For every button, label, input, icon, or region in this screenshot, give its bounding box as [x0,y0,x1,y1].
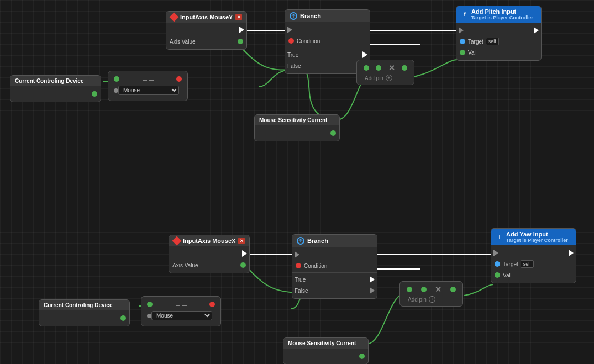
mousex-axis-value-label: Axis Value [172,262,238,268]
mouse-sensitivity-bottom-node: Mouse Sensitivity Current [283,337,369,364]
branch-exec-row-top [285,24,370,35]
yaw-val-label: Val [503,272,511,278]
reroute-bottom-node: ✕ Add pin + [399,281,463,307]
branch-exec-in-pin[interactable] [287,27,292,33]
reroute-bottom-out-pin1[interactable] [450,287,456,292]
input-axis-mousex-title: InputAxis MouseX [183,238,235,244]
false-label-bottom: False [295,288,370,294]
yaw-exec-row [491,247,576,259]
ccd-bottom-out-pin[interactable] [120,315,126,321]
pitch-target-pin[interactable] [460,39,465,44]
switch-bottom-select-row[interactable]: Mouse [144,310,218,321]
switch-top-select[interactable]: Mouse [118,86,179,95]
axis-value-row: Axis Value [166,36,246,47]
reroute-bottom-in-pin2[interactable] [421,287,427,292]
current-controlling-device-bottom-node: Current Controling Device [39,299,130,326]
switch-bottom-select[interactable]: Mouse [151,311,212,320]
reroute-bottom-row: ✕ [403,284,459,295]
add-yaw-subtitle: Target is Player Controller [506,238,568,243]
pitch-val-pin[interactable] [460,50,465,55]
reroute-bottom-addpin-row[interactable]: Add pin + [403,295,459,304]
input-axis-mousey-node: InputAxis MouseY ✕ Axis Value [166,11,247,50]
true-pin-bottom[interactable] [370,276,375,283]
switch-bottom-in-pin[interactable] [147,302,153,307]
pitch-exec-out[interactable] [534,27,539,34]
ccd-bottom-header: Current Controling Device [39,300,129,310]
yaw-exec-in[interactable] [493,250,498,256]
reroute-x-icon-bottom: ✕ [435,285,441,294]
mousex-axis-value-pin[interactable] [240,262,246,268]
reroute-x-icon: ✕ [388,64,395,72]
mouse-sensitivity-bottom-header: Mouse Sensitivity Current [283,338,368,349]
condition-row-bottom: Condition [292,260,377,271]
add-pitch-header: f Add Pitch Input Target is Player Contr… [456,6,541,23]
func-icon-yaw: f [496,233,503,241]
mouse-sensitivity-top-header: Mouse Sensitivity Current [255,115,339,125]
axis-value-pin[interactable] [238,39,243,44]
yaw-val-row: Val [491,270,576,281]
switch-node-bottom: Mouse [141,296,221,326]
add-pitch-input-node: f Add Pitch Input Target is Player Contr… [456,6,542,61]
false-row-bottom: False [292,285,377,296]
branch-bottom-header: Branch [292,235,377,247]
ccd-top-out-pin[interactable] [92,91,97,97]
mousex-exec-out-pin[interactable] [242,250,247,257]
condition-pin-bottom[interactable] [296,263,301,268]
switch-top-pins-row [111,73,185,85]
switch-top-white-pin[interactable] [114,88,118,93]
reroute-top-row: ✕ [360,62,411,73]
mousex-axis-value-row: Axis Value [169,260,249,271]
add-pin-icon-top[interactable]: + [386,75,392,81]
add-yaw-input-node: f Add Yaw Input Target is Player Control… [491,228,576,283]
reroute-top-addpin-row[interactable]: Add pin + [360,73,411,82]
mouse-sensitivity-top-out-pin[interactable] [330,130,336,136]
reroute-bottom-in-pin1[interactable] [407,287,412,292]
exec-out-row [166,25,246,36]
branch-top-header: Branch [285,10,370,22]
input-axis-mousey-title: InputAxis MouseY [180,14,233,20]
yaw-val-pin[interactable] [495,272,500,278]
add-yaw-header: f Add Yaw Input Target is Player Control… [491,229,576,245]
condition-pin-top[interactable] [288,38,294,44]
mouse-sensitivity-top-title: Mouse Sensitivity Current [259,117,327,123]
mousex-exec-out-row [169,249,249,260]
true-row-bottom: True [292,274,377,285]
reroute-top-in-pin1[interactable] [364,65,369,71]
reroute-bottom-addpin-label: Add pin [408,297,427,303]
yaw-target-label: Target [503,261,518,267]
branch-exec-in-pin-bottom[interactable] [295,251,299,258]
true-label-bottom: True [295,277,370,283]
switch-top-select-row[interactable]: Mouse [111,85,185,96]
switch-node-top: Mouse [108,71,188,101]
true-pin-top[interactable] [362,51,367,58]
axis-icon [170,13,179,22]
add-pin-icon-bottom[interactable]: + [429,296,435,303]
reroute-top-in-pin2[interactable] [376,65,381,71]
branch-icon-top [290,12,297,20]
exec-out-pin[interactable] [239,27,244,33]
false-pin-bottom[interactable] [370,287,375,294]
mouse-sensitivity-bottom-out-pin[interactable] [359,354,365,359]
mouse-sensitivity-bottom-title: Mouse Sensitivity Current [288,340,356,346]
yaw-target-row: Target self [491,259,576,270]
branch-bottom-node: Branch Condition True False [292,234,377,299]
reroute-top-out-pin1[interactable] [402,65,407,71]
condition-label-bottom: Condition [304,263,327,269]
node-close-button-x[interactable]: ✕ [238,238,245,244]
pitch-target-row: Target self [456,36,541,47]
pitch-self-badge: self [486,38,499,45]
reroute-top-node: ✕ Add pin + [356,60,414,85]
yaw-exec-out[interactable] [569,250,574,256]
switch-top-red-pin[interactable] [176,76,182,82]
branch-icon-bottom [297,237,304,245]
switch-top-in-pin[interactable] [114,76,119,82]
branch-top-title: Branch [300,13,321,19]
switch-bottom-white-pin[interactable] [147,314,151,318]
input-axis-mousex-node: InputAxis MouseX ✕ Axis Value [169,235,250,273]
pitch-exec-in[interactable] [459,27,464,34]
ccd-top-out-row [10,88,101,99]
add-pitch-subtitle: Target is Player Controller [471,15,533,20]
yaw-target-pin[interactable] [495,261,500,267]
switch-bottom-red-pin[interactable] [209,302,215,307]
node-close-button[interactable]: ✕ [235,14,242,20]
